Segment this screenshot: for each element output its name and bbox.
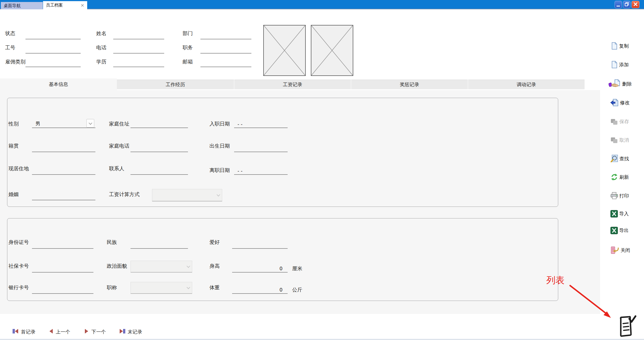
- gender-value: 男: [32, 120, 40, 128]
- marriage-label: 婚姻: [8, 191, 19, 198]
- photo-placeholder-1[interactable]: [263, 25, 306, 76]
- print-button[interactable]: 打印: [610, 191, 629, 200]
- height-label: 身高: [209, 263, 220, 269]
- close-button[interactable]: [632, 1, 639, 8]
- minimize-button[interactable]: [615, 1, 622, 8]
- position-label: 职务: [183, 44, 193, 51]
- education-input[interactable]: [113, 59, 164, 67]
- tab-salary-record[interactable]: 工资记录: [234, 80, 351, 89]
- tab-reward-record[interactable]: 奖惩记录: [351, 80, 468, 89]
- next-record-label: 下一个: [91, 329, 106, 335]
- find-icon: [610, 154, 618, 163]
- list-checklist-icon: [619, 315, 637, 338]
- tab-desktop-navigation[interactable]: 桌面导航: [1, 2, 43, 9]
- phone-input[interactable]: [113, 46, 164, 54]
- phone-label: 电话: [96, 44, 106, 51]
- gender-select[interactable]: 男: [32, 120, 95, 128]
- next-record-button[interactable]: 下一个: [84, 328, 106, 336]
- window-bottom-frame: [0, 339, 644, 340]
- list-button[interactable]: [619, 315, 637, 338]
- tab-reward-record-label: 奖惩记录: [400, 81, 419, 88]
- chevron-down-icon: [89, 121, 92, 125]
- bank-card-input[interactable]: [32, 286, 93, 294]
- leave-date-input[interactable]: - -: [234, 167, 288, 175]
- hobby-input[interactable]: [232, 241, 288, 249]
- restore-button[interactable]: [623, 1, 630, 8]
- last-record-label: 末记录: [128, 329, 142, 335]
- marriage-input[interactable]: [32, 192, 95, 200]
- name-input[interactable]: [113, 31, 164, 39]
- tab-basic-info[interactable]: 基本信息: [0, 78, 117, 90]
- job-title-label: 职称: [107, 284, 117, 291]
- first-record-button[interactable]: 首记录: [12, 328, 35, 336]
- home-phone-label: 家庭电话: [109, 143, 129, 149]
- email-label: 邮箱: [183, 58, 193, 65]
- previous-record-icon: [48, 328, 54, 335]
- export-label: 导出: [619, 227, 629, 234]
- photo-cross-icon: [264, 26, 305, 75]
- close-form-label: 关闭: [621, 247, 630, 254]
- previous-record-label: 上一个: [56, 329, 70, 335]
- close-form-button[interactable]: 关闭: [610, 246, 630, 255]
- delete-button[interactable]: 删除: [609, 79, 632, 88]
- tab-work-history[interactable]: 工作经历: [117, 80, 234, 89]
- home-address-label: 家庭住址: [109, 120, 129, 127]
- ethnicity-input[interactable]: [130, 241, 188, 249]
- photo-placeholder-2[interactable]: [311, 25, 353, 76]
- residence-input[interactable]: [32, 167, 95, 175]
- email-input[interactable]: [200, 59, 251, 67]
- add-button[interactable]: 添加: [610, 60, 629, 69]
- tab-close-icon[interactable]: ×: [81, 3, 84, 8]
- contact-label: 联系人: [109, 165, 124, 172]
- import-label: 导入: [619, 211, 629, 217]
- close-form-icon: [610, 246, 619, 254]
- political-status-select[interactable]: [130, 261, 192, 273]
- social-card-input[interactable]: [32, 265, 93, 273]
- position-input[interactable]: [200, 46, 251, 54]
- previous-record-button[interactable]: 上一个: [48, 328, 70, 336]
- weight-value: 0: [279, 287, 288, 293]
- refresh-label: 刷新: [619, 174, 629, 180]
- last-record-button[interactable]: 末记录: [119, 328, 142, 336]
- residence-label: 现居住地: [8, 165, 29, 172]
- tab-transfer-record[interactable]: 调动记录: [468, 80, 585, 89]
- birth-date-input[interactable]: [234, 144, 288, 152]
- import-icon: [610, 210, 618, 218]
- last-record-icon: [119, 328, 125, 335]
- save-icon: [610, 118, 618, 126]
- find-label: 查找: [619, 156, 629, 162]
- export-icon: [610, 227, 618, 234]
- weight-input[interactable]: 0: [232, 286, 288, 294]
- hire-date-input[interactable]: - -: [234, 120, 288, 128]
- home-phone-input[interactable]: [130, 144, 188, 152]
- photo-cross-icon: [311, 26, 353, 75]
- salary-method-select[interactable]: [152, 189, 222, 201]
- status-label: 状态: [5, 30, 15, 37]
- gender-dropdown-button[interactable]: [86, 119, 94, 128]
- contact-input[interactable]: [130, 167, 188, 175]
- id-number-input[interactable]: [32, 241, 93, 249]
- find-button[interactable]: 查找: [610, 154, 629, 163]
- bank-card-label: 银行卡号: [8, 284, 29, 291]
- modify-button[interactable]: 修改: [610, 98, 630, 107]
- tab-desktop-navigation-label: 桌面导航: [4, 3, 21, 8]
- employment-type-input[interactable]: [25, 59, 81, 67]
- delete-icon: [609, 79, 621, 88]
- status-input[interactable]: [25, 31, 81, 39]
- import-button[interactable]: 导入: [610, 209, 629, 218]
- tab-employee-record[interactable]: 员工档案 ×: [43, 1, 87, 9]
- job-title-select[interactable]: [130, 282, 192, 294]
- political-status-label: 政治面貌: [107, 263, 127, 269]
- ethnicity-label: 民族: [107, 239, 117, 246]
- copy-button[interactable]: 复制: [610, 41, 629, 50]
- next-record-icon: [84, 328, 89, 335]
- home-address-input[interactable]: [130, 120, 188, 128]
- department-input[interactable]: [200, 31, 251, 39]
- refresh-icon: [610, 173, 618, 181]
- native-place-input[interactable]: [32, 144, 95, 152]
- refresh-button[interactable]: 刷新: [610, 173, 629, 182]
- id-number-label: 身份证号: [8, 239, 29, 246]
- employee-id-input[interactable]: [25, 46, 81, 54]
- export-button[interactable]: 导出: [610, 226, 629, 235]
- height-input[interactable]: 0: [232, 265, 288, 273]
